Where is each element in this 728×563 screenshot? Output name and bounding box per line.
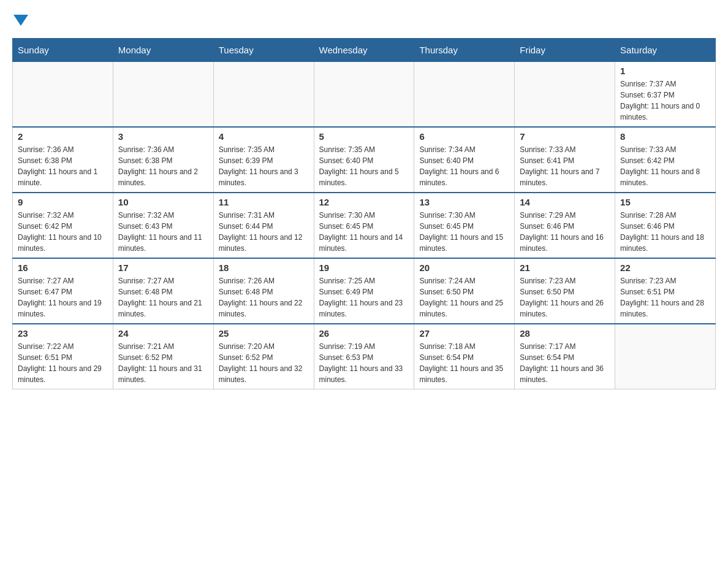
day-of-week-header: Saturday bbox=[615, 39, 716, 62]
logo bbox=[12, 12, 28, 26]
calendar-week-row: 2Sunrise: 7:36 AMSunset: 6:38 PMDaylight… bbox=[13, 127, 716, 193]
day-info: Sunrise: 7:34 AMSunset: 6:40 PMDaylight:… bbox=[419, 144, 509, 188]
day-of-week-header: Friday bbox=[515, 39, 615, 62]
day-number: 7 bbox=[520, 131, 610, 142]
day-info: Sunrise: 7:27 AMSunset: 6:48 PMDaylight:… bbox=[118, 275, 208, 320]
day-info: Sunrise: 7:35 AMSunset: 6:40 PMDaylight:… bbox=[319, 144, 409, 188]
calendar-cell: 19Sunrise: 7:25 AMSunset: 6:49 PMDayligh… bbox=[314, 258, 414, 324]
day-number: 9 bbox=[18, 197, 108, 207]
day-info: Sunrise: 7:26 AMSunset: 6:48 PMDaylight:… bbox=[219, 275, 309, 320]
day-number: 12 bbox=[319, 197, 409, 207]
calendar-cell bbox=[113, 62, 213, 128]
calendar-cell bbox=[213, 62, 314, 128]
day-number: 28 bbox=[520, 328, 610, 339]
logo-arrow-icon bbox=[13, 15, 28, 26]
calendar-cell bbox=[615, 324, 716, 389]
day-number: 21 bbox=[520, 262, 610, 273]
calendar-cell: 20Sunrise: 7:24 AMSunset: 6:50 PMDayligh… bbox=[414, 258, 515, 324]
day-number: 23 bbox=[18, 328, 108, 339]
calendar-cell: 9Sunrise: 7:32 AMSunset: 6:42 PMDaylight… bbox=[13, 193, 113, 258]
calendar-cell: 15Sunrise: 7:28 AMSunset: 6:46 PMDayligh… bbox=[615, 193, 716, 258]
calendar-cell bbox=[414, 62, 515, 128]
calendar-cell: 22Sunrise: 7:23 AMSunset: 6:51 PMDayligh… bbox=[615, 258, 716, 324]
calendar-cell: 24Sunrise: 7:21 AMSunset: 6:52 PMDayligh… bbox=[113, 324, 213, 389]
calendar-cell: 17Sunrise: 7:27 AMSunset: 6:48 PMDayligh… bbox=[113, 258, 213, 324]
day-info: Sunrise: 7:20 AMSunset: 6:52 PMDaylight:… bbox=[219, 341, 309, 385]
page-header bbox=[12, 12, 716, 26]
day-number: 17 bbox=[118, 262, 208, 273]
day-of-week-header: Thursday bbox=[414, 39, 515, 62]
day-number: 10 bbox=[118, 197, 208, 207]
calendar-cell bbox=[515, 62, 615, 128]
day-number: 5 bbox=[319, 131, 409, 142]
calendar-week-row: 23Sunrise: 7:22 AMSunset: 6:51 PMDayligh… bbox=[13, 324, 716, 389]
calendar-cell: 21Sunrise: 7:23 AMSunset: 6:50 PMDayligh… bbox=[515, 258, 615, 324]
day-number: 6 bbox=[419, 131, 509, 142]
calendar-cell: 2Sunrise: 7:36 AMSunset: 6:38 PMDaylight… bbox=[13, 127, 113, 193]
day-number: 15 bbox=[620, 197, 710, 207]
day-info: Sunrise: 7:27 AMSunset: 6:47 PMDaylight:… bbox=[18, 275, 108, 320]
day-info: Sunrise: 7:30 AMSunset: 6:45 PMDaylight:… bbox=[419, 210, 509, 254]
calendar-cell: 12Sunrise: 7:30 AMSunset: 6:45 PMDayligh… bbox=[314, 193, 414, 258]
day-info: Sunrise: 7:25 AMSunset: 6:49 PMDaylight:… bbox=[319, 275, 409, 320]
day-info: Sunrise: 7:21 AMSunset: 6:52 PMDaylight:… bbox=[118, 341, 208, 385]
calendar-cell bbox=[314, 62, 414, 128]
calendar-cell: 14Sunrise: 7:29 AMSunset: 6:46 PMDayligh… bbox=[515, 193, 615, 258]
day-number: 27 bbox=[419, 328, 509, 339]
day-number: 3 bbox=[118, 131, 208, 142]
calendar-cell: 10Sunrise: 7:32 AMSunset: 6:43 PMDayligh… bbox=[113, 193, 213, 258]
calendar-cell: 18Sunrise: 7:26 AMSunset: 6:48 PMDayligh… bbox=[213, 258, 314, 324]
calendar-cell: 8Sunrise: 7:33 AMSunset: 6:42 PMDaylight… bbox=[615, 127, 716, 193]
day-number: 14 bbox=[520, 197, 610, 207]
day-number: 4 bbox=[219, 131, 309, 142]
day-info: Sunrise: 7:32 AMSunset: 6:43 PMDaylight:… bbox=[118, 210, 208, 254]
day-number: 25 bbox=[219, 328, 309, 339]
day-number: 13 bbox=[419, 197, 509, 207]
calendar-week-row: 16Sunrise: 7:27 AMSunset: 6:47 PMDayligh… bbox=[13, 258, 716, 324]
day-number: 19 bbox=[319, 262, 409, 273]
calendar-cell: 28Sunrise: 7:17 AMSunset: 6:54 PMDayligh… bbox=[515, 324, 615, 389]
day-info: Sunrise: 7:22 AMSunset: 6:51 PMDaylight:… bbox=[18, 341, 108, 385]
calendar-header-row: SundayMondayTuesdayWednesdayThursdayFrid… bbox=[13, 39, 716, 62]
day-info: Sunrise: 7:17 AMSunset: 6:54 PMDaylight:… bbox=[520, 341, 610, 385]
day-info: Sunrise: 7:36 AMSunset: 6:38 PMDaylight:… bbox=[118, 144, 208, 188]
day-of-week-header: Wednesday bbox=[314, 39, 414, 62]
day-of-week-header: Sunday bbox=[13, 39, 113, 62]
day-info: Sunrise: 7:35 AMSunset: 6:39 PMDaylight:… bbox=[219, 144, 309, 188]
day-info: Sunrise: 7:33 AMSunset: 6:42 PMDaylight:… bbox=[620, 144, 710, 188]
day-number: 24 bbox=[118, 328, 208, 339]
day-number: 18 bbox=[219, 262, 309, 273]
day-info: Sunrise: 7:36 AMSunset: 6:38 PMDaylight:… bbox=[18, 144, 108, 188]
day-info: Sunrise: 7:33 AMSunset: 6:41 PMDaylight:… bbox=[520, 144, 610, 188]
calendar-cell: 11Sunrise: 7:31 AMSunset: 6:44 PMDayligh… bbox=[213, 193, 314, 258]
day-of-week-header: Tuesday bbox=[213, 39, 314, 62]
calendar-table: SundayMondayTuesdayWednesdayThursdayFrid… bbox=[12, 38, 716, 389]
day-info: Sunrise: 7:18 AMSunset: 6:54 PMDaylight:… bbox=[419, 341, 509, 385]
day-info: Sunrise: 7:23 AMSunset: 6:50 PMDaylight:… bbox=[520, 275, 610, 320]
calendar-cell: 13Sunrise: 7:30 AMSunset: 6:45 PMDayligh… bbox=[414, 193, 515, 258]
calendar-week-row: 1Sunrise: 7:37 AMSunset: 6:37 PMDaylight… bbox=[13, 62, 716, 128]
day-info: Sunrise: 7:19 AMSunset: 6:53 PMDaylight:… bbox=[319, 341, 409, 385]
day-info: Sunrise: 7:24 AMSunset: 6:50 PMDaylight:… bbox=[419, 275, 509, 320]
calendar-cell: 25Sunrise: 7:20 AMSunset: 6:52 PMDayligh… bbox=[213, 324, 314, 389]
day-info: Sunrise: 7:31 AMSunset: 6:44 PMDaylight:… bbox=[219, 210, 309, 254]
day-number: 8 bbox=[620, 131, 710, 142]
calendar-cell: 23Sunrise: 7:22 AMSunset: 6:51 PMDayligh… bbox=[13, 324, 113, 389]
day-info: Sunrise: 7:28 AMSunset: 6:46 PMDaylight:… bbox=[620, 210, 710, 254]
day-info: Sunrise: 7:32 AMSunset: 6:42 PMDaylight:… bbox=[18, 210, 108, 254]
calendar-cell: 26Sunrise: 7:19 AMSunset: 6:53 PMDayligh… bbox=[314, 324, 414, 389]
calendar-cell: 27Sunrise: 7:18 AMSunset: 6:54 PMDayligh… bbox=[414, 324, 515, 389]
day-info: Sunrise: 7:29 AMSunset: 6:46 PMDaylight:… bbox=[520, 210, 610, 254]
calendar-cell: 4Sunrise: 7:35 AMSunset: 6:39 PMDaylight… bbox=[213, 127, 314, 193]
calendar-cell: 7Sunrise: 7:33 AMSunset: 6:41 PMDaylight… bbox=[515, 127, 615, 193]
day-number: 1 bbox=[620, 66, 710, 76]
day-number: 22 bbox=[620, 262, 710, 273]
calendar-cell bbox=[13, 62, 113, 128]
calendar-cell: 16Sunrise: 7:27 AMSunset: 6:47 PMDayligh… bbox=[13, 258, 113, 324]
calendar-cell: 5Sunrise: 7:35 AMSunset: 6:40 PMDaylight… bbox=[314, 127, 414, 193]
day-info: Sunrise: 7:37 AMSunset: 6:37 PMDaylight:… bbox=[620, 79, 710, 123]
calendar-cell: 6Sunrise: 7:34 AMSunset: 6:40 PMDaylight… bbox=[414, 127, 515, 193]
day-number: 26 bbox=[319, 328, 409, 339]
calendar-cell: 1Sunrise: 7:37 AMSunset: 6:37 PMDaylight… bbox=[615, 62, 716, 128]
day-number: 20 bbox=[419, 262, 509, 273]
